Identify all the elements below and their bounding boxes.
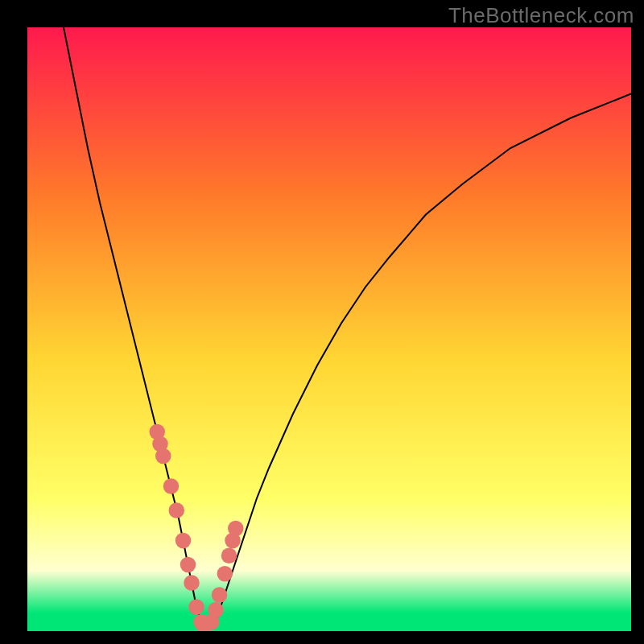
highlight-dot: [163, 478, 180, 493]
highlight-dot: [155, 448, 171, 464]
highlight-dot: [184, 575, 200, 590]
highlight-dot: [208, 602, 224, 617]
highlight-dot: [217, 566, 233, 581]
highlight-dot: [221, 548, 237, 564]
chart-frame: TheBottleneck.com: [0, 0, 644, 644]
highlight-dot: [212, 587, 228, 602]
watermark-text: TheBottleneck.com: [448, 3, 634, 28]
highlight-dot: [175, 533, 192, 548]
highlight-dot: [180, 557, 196, 572]
gradient-background: [27, 27, 631, 631]
highlight-dot: [188, 599, 204, 614]
highlight-dot: [169, 502, 185, 518]
highlight-dot: [228, 521, 244, 536]
bottleneck-chart: [27, 27, 631, 631]
